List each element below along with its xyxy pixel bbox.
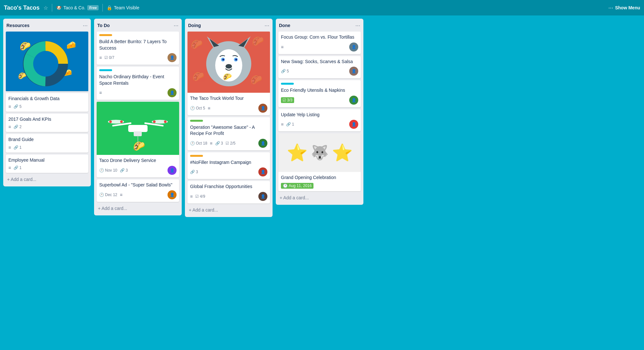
card-utensils[interactable]: Eco Friendly Utensils & Napkins ☑ 3/3 👤 bbox=[278, 80, 361, 107]
show-menu-button[interactable]: Show Menu bbox=[615, 5, 640, 10]
celebration-image: ⭐ 🐺 ⭐ bbox=[278, 133, 361, 172]
card-utensils-title: Eco Friendly Utensils & Napkins bbox=[281, 87, 358, 94]
clip-icon-sw: 🔗 bbox=[281, 69, 286, 73]
card-yelp-title: Update Yelp Listing bbox=[281, 112, 358, 118]
desc-meta-tt bbox=[208, 106, 210, 111]
avatar-inner-fg: 👤 bbox=[349, 43, 358, 52]
card-focusgroup[interactable]: Focus Group: Corn vs. Flour Tortillas 👤 bbox=[278, 32, 361, 54]
desc-meta bbox=[8, 104, 11, 109]
card-chart[interactable]: 🌮 🧀 🧀 🌮 bbox=[6, 32, 88, 91]
column-resources-title: Resources bbox=[6, 23, 30, 28]
visibility-section[interactable]: 🔒 Team Visible bbox=[107, 5, 139, 10]
card-tacotruk-footer: 🕐 Oct 5 👤 bbox=[190, 104, 267, 113]
avatar-inner-nf: 👤 bbox=[258, 167, 267, 176]
card-swag[interactable]: New Swag: Socks, Scarves & Salsa 🔗 5 👤 bbox=[278, 56, 361, 79]
desc-icon-fg bbox=[281, 44, 284, 50]
chart-image: 🌮 🧀 🧀 🌮 bbox=[6, 32, 88, 91]
add-card-todo[interactable]: + Add a card... bbox=[97, 204, 179, 213]
clock-icon-sb: 🕐 bbox=[99, 193, 104, 197]
card-nofiller[interactable]: #NoFiller Instagram Campaign 🔗 3 👤 bbox=[187, 152, 270, 179]
card-burrito[interactable]: Build A Better Burrito: 7 Layers To Succ… bbox=[97, 32, 179, 65]
card-franchise[interactable]: Global Franchise Opportunities ☑ 4/9 👤 bbox=[187, 181, 270, 203]
drone-image: 🌮 bbox=[97, 102, 179, 155]
card-yelp[interactable]: Update Yelp Listing 🔗 1 👤 bbox=[278, 109, 361, 132]
add-card-resources[interactable]: + Add a card... bbox=[6, 175, 88, 184]
column-doing-menu[interactable]: ··· bbox=[264, 23, 269, 28]
clip-icon-yl: 🔗 bbox=[286, 122, 291, 127]
divider-1 bbox=[52, 4, 52, 12]
card-franchise-meta: ☑ 4/9 bbox=[190, 194, 205, 199]
clock-icon-as: 🕐 bbox=[190, 141, 195, 146]
svg-point-14 bbox=[153, 120, 156, 123]
husky-party: 🐺 bbox=[311, 144, 329, 161]
avatar-yelp: 👤 bbox=[349, 120, 358, 129]
desc-meta-fg bbox=[281, 44, 284, 50]
card-awesome-footer: 🕐 Oct 18 🔗 3 ☑ 2/5 👤 bbox=[190, 139, 267, 148]
svg-point-15 bbox=[164, 120, 167, 123]
card-superbowl[interactable]: Superbowl Ad - "Super Salad Bowls" 🕐 Dec… bbox=[97, 179, 179, 202]
card-employee-title: Employee Manual bbox=[8, 157, 86, 164]
star-icon[interactable]: ☆ bbox=[43, 5, 48, 11]
column-todo: To Do ··· Build A Better Burrito: 7 Laye… bbox=[94, 19, 182, 215]
avatar-inner-swag: 👤 bbox=[349, 67, 358, 76]
card-brand-meta: 🔗 1 bbox=[8, 145, 86, 150]
attach-meta4: 🔗 1 bbox=[14, 166, 22, 170]
desc-icon4 bbox=[8, 165, 11, 170]
add-card-doing[interactable]: + Add a card... bbox=[187, 205, 270, 214]
desc-icon3 bbox=[8, 145, 11, 150]
avatar-tt: 👤 bbox=[258, 104, 267, 113]
column-done: Done ··· Focus Group: Corn vs. Flour Tor… bbox=[276, 19, 363, 205]
desc-meta-fr bbox=[190, 194, 193, 199]
card-awesome[interactable]: Operation "Awesome Sauce" - A Recipe For… bbox=[187, 117, 270, 150]
avatar-burrito: 👤 bbox=[168, 53, 177, 62]
svg-point-34 bbox=[222, 59, 224, 61]
clip-icon3: 🔗 bbox=[14, 145, 18, 150]
card-drone-meta: 🕐 Nov 10 🔗 3 bbox=[99, 168, 128, 173]
avatar-inner-burrito: 👤 bbox=[168, 53, 177, 62]
clip-icon-nf: 🔗 bbox=[190, 170, 195, 174]
avatar-drone: 👤 bbox=[168, 166, 177, 175]
header: Taco's Tacos ☆ 🐶 Taco & Co. Free 🔒 Team … bbox=[0, 0, 644, 15]
desc-meta-yl bbox=[281, 122, 284, 127]
desc-meta-b bbox=[99, 55, 102, 60]
card-employee[interactable]: Employee Manual 🔗 1 bbox=[6, 155, 88, 173]
desc-icon-n bbox=[99, 90, 102, 95]
dots-icon: ··· bbox=[608, 5, 613, 11]
column-todo-menu[interactable]: ··· bbox=[174, 23, 178, 28]
card-financials[interactable]: Financials & Growth Data 🔗 5 bbox=[6, 93, 88, 112]
column-done-menu[interactable]: ··· bbox=[355, 23, 360, 28]
avatar-nacho: 👤 bbox=[168, 88, 177, 97]
card-grandopening[interactable]: ⭐ 🐺 ⭐ Grand Opening Celebration 🕐 Aug 11… bbox=[278, 133, 361, 191]
check-meta-fr: ☑ 4/9 bbox=[195, 194, 205, 199]
desc-meta4 bbox=[8, 165, 11, 170]
tacotruk-body: The Taco Truck World Tour 🕐 Oct 5 👤 bbox=[187, 93, 270, 115]
clock-icon-go: 🕐 bbox=[283, 184, 288, 188]
card-awesome-meta: 🕐 Oct 18 🔗 3 ☑ 2/5 bbox=[190, 141, 235, 146]
svg-point-13 bbox=[120, 120, 123, 123]
card-focusgroup-footer: 👤 bbox=[281, 43, 358, 52]
card-franchise-footer: ☑ 4/9 👤 bbox=[190, 192, 267, 201]
card-utensils-meta: ☑ 3/3 bbox=[281, 97, 294, 103]
card-financials-meta: 🔗 5 bbox=[8, 104, 86, 109]
card-swag-footer: 🔗 5 👤 bbox=[281, 67, 358, 76]
card-goals[interactable]: 2017 Goals And KPIs 🔗 2 bbox=[6, 114, 88, 132]
avatar-inner-drone: 👤 bbox=[168, 166, 177, 175]
card-nacho[interactable]: Nacho Ordinary Birthday - Event Space Re… bbox=[97, 67, 179, 100]
column-doing: Doing ··· 🌮 🌮 🌮 🌮 bbox=[185, 19, 273, 217]
add-card-done[interactable]: + Add a card... bbox=[278, 193, 361, 202]
card-utensils-footer: ☑ 3/3 👤 bbox=[281, 96, 358, 105]
card-tacotruk[interactable]: 🌮 🌮 🌮 🌮 bbox=[187, 32, 270, 115]
label-orange bbox=[99, 34, 112, 36]
check-icon-b: ☑ bbox=[104, 55, 108, 60]
column-todo-header: To Do ··· bbox=[97, 21, 179, 30]
board: Resources ··· 🌮 🧀 🧀 🌮 bbox=[0, 15, 644, 220]
card-grandopening-meta: 🕐 Aug 11, 2016 bbox=[281, 183, 358, 189]
card-brand[interactable]: Brand Guide 🔗 1 bbox=[6, 134, 88, 153]
card-employee-meta: 🔗 1 bbox=[8, 165, 86, 170]
due-meta-sb: 🕐 Dec 12 bbox=[99, 193, 117, 197]
card-nacho-footer: 👤 bbox=[99, 88, 177, 97]
column-resources-menu[interactable]: ··· bbox=[83, 23, 88, 28]
card-nacho-title: Nacho Ordinary Birthday - Event Space Re… bbox=[99, 74, 177, 86]
card-drone[interactable]: 🌮 Taco Drone Delivery Service 🕐 Nov 10 🔗… bbox=[97, 102, 179, 177]
org-name: Taco & Co. bbox=[63, 5, 85, 10]
